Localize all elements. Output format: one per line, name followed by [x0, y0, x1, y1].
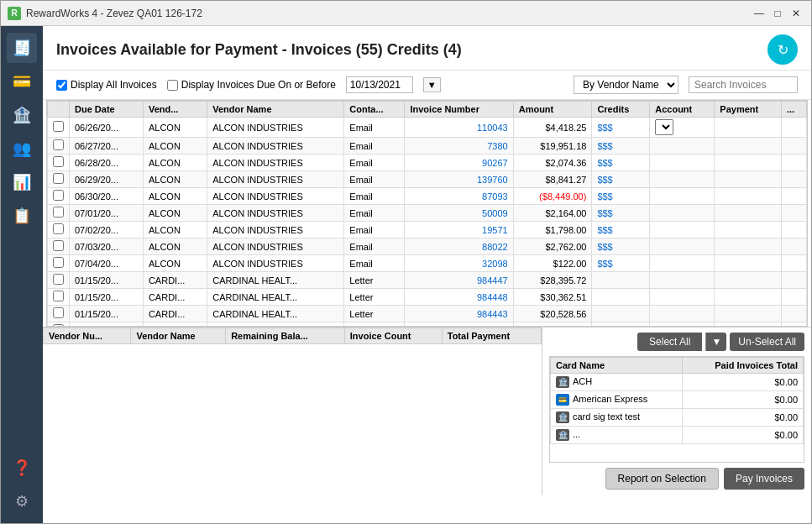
row-vendor-name: ALCON INDUSTRIES — [207, 188, 344, 205]
row-due-date: 06/28/20... — [70, 155, 144, 171]
display-due-label[interactable]: Display Invoices Due On or Before — [167, 79, 336, 91]
row-checkbox-cell[interactable] — [48, 306, 70, 322]
table-row: 01/15/20... CARDI... CARDINAL HEALT... L… — [48, 289, 807, 306]
row-checkbox[interactable] — [53, 121, 64, 132]
report-button[interactable]: Report on Selection — [605, 468, 719, 490]
row-checkbox-cell[interactable] — [48, 188, 70, 205]
row-more — [781, 289, 806, 306]
sidebar-item-invoices[interactable]: 🧾 — [7, 33, 37, 63]
titlebar: R RewardWorks 4 - Zevez QA01 126-172 — □… — [1, 1, 811, 26]
row-invoice-number: 110043 — [405, 118, 513, 138]
search-input[interactable] — [689, 76, 798, 93]
row-checkbox-cell[interactable] — [48, 238, 70, 255]
row-contact: Email — [344, 188, 405, 205]
row-checkbox[interactable] — [53, 190, 64, 201]
row-checkbox-cell[interactable] — [48, 222, 70, 238]
row-checkbox-cell[interactable] — [48, 118, 70, 138]
calendar-button[interactable]: ▼ — [423, 77, 441, 92]
row-more — [781, 205, 806, 222]
row-checkbox[interactable] — [53, 139, 64, 150]
invoice-table-body: 06/26/20... ALCON ALCON INDUSTRIES Email… — [48, 118, 807, 328]
maximize-button[interactable]: □ — [769, 5, 786, 22]
table-row: 07/04/20... ALCON ALCON INDUSTRIES Email… — [48, 255, 807, 272]
row-account — [650, 289, 715, 306]
select-all-button[interactable]: Select All — [637, 333, 702, 351]
pay-invoices-button[interactable]: Pay Invoices — [724, 468, 804, 490]
row-invoice-number: 90267 — [405, 155, 513, 171]
row-credits: $$$ — [592, 238, 650, 255]
card-icon: 💳 — [556, 394, 569, 406]
refresh-button[interactable]: ↻ — [767, 34, 798, 65]
row-invoice-number: 984448 — [405, 289, 513, 306]
row-checkbox-cell[interactable] — [48, 289, 70, 306]
select-all-dropdown[interactable]: ▼ — [705, 333, 726, 351]
row-checkbox[interactable] — [53, 223, 64, 234]
row-checkbox-cell[interactable] — [48, 272, 70, 289]
window-controls: — □ ✕ — [751, 5, 804, 22]
display-due-checkbox[interactable] — [167, 80, 178, 91]
sidebar-item-cards[interactable]: 💳 — [7, 66, 37, 97]
table-row: 06/26/20... ALCON ALCON INDUSTRIES Email… — [48, 118, 807, 138]
row-vend-code: ALCON — [143, 222, 207, 238]
row-contact: Email — [344, 118, 405, 138]
minimize-button[interactable]: — — [751, 5, 767, 22]
row-payment — [715, 118, 782, 138]
col-vendor-num: Vendor Nu... — [44, 328, 131, 344]
row-more — [781, 171, 806, 188]
col-vend: Vend... — [143, 102, 207, 118]
table-row: 06/28/20... ALCON ALCON INDUSTRIES Email… — [48, 155, 807, 171]
row-vend-code: ALCON — [143, 188, 207, 205]
sidebar-item-settings[interactable]: ⚙ — [7, 486, 37, 516]
row-credits — [592, 289, 650, 306]
row-amount: $1,798.00 — [513, 222, 592, 238]
row-more — [781, 138, 806, 155]
col-contact: Conta... — [344, 102, 405, 118]
payment-total: $0.00 — [683, 391, 804, 409]
row-contact: Letter — [344, 289, 405, 306]
sidebar-item-ledger[interactable]: 📋 — [7, 201, 37, 231]
row-checkbox[interactable] — [53, 156, 64, 167]
row-checkbox-cell[interactable] — [48, 171, 70, 188]
sidebar-item-vendors[interactable]: 👥 — [7, 134, 37, 164]
row-credits: $$$ — [592, 222, 650, 238]
row-vendor-name: ALCON INDUSTRIES — [207, 171, 344, 188]
sidebar-item-help[interactable]: ❓ — [7, 453, 37, 483]
row-vendor-name: CARDINAL HEALT... — [207, 289, 344, 306]
display-all-label[interactable]: Display All Invoices — [56, 79, 157, 91]
row-checkbox[interactable] — [53, 257, 64, 268]
sidebar-item-accounts[interactable]: 🏦 — [7, 100, 37, 130]
bank-icon: 🏦 — [556, 411, 569, 423]
row-checkbox[interactable] — [53, 173, 64, 184]
col-amount: Amount — [513, 102, 592, 118]
row-invoice-number: 139760 — [405, 171, 513, 188]
row-account — [650, 222, 715, 238]
row-invoice-number: 984443 — [405, 306, 513, 322]
vendor-filter-select[interactable]: By Vendor Name — [574, 76, 678, 94]
row-amount: $2,074.36 — [513, 155, 592, 171]
payment-methods-section: Select All ▼ Un-Select All Card Name Pai… — [542, 328, 811, 495]
row-account — [650, 155, 715, 171]
payment-table-scroll[interactable]: Card Name Paid Invoices Total 🏦ACH $0.00… — [549, 356, 804, 463]
row-account — [650, 118, 715, 138]
sidebar-item-reports[interactable]: 📊 — [7, 167, 37, 197]
payment-name: 🏦ACH — [551, 374, 683, 391]
row-more — [781, 155, 806, 171]
row-checkbox[interactable] — [53, 291, 64, 301]
close-button[interactable]: ✕ — [788, 5, 804, 22]
row-credits — [592, 306, 650, 322]
display-all-checkbox[interactable] — [56, 80, 67, 91]
row-checkbox-cell[interactable] — [48, 138, 70, 155]
row-checkbox[interactable] — [53, 307, 64, 318]
row-checkbox-cell[interactable] — [48, 155, 70, 171]
row-account — [650, 255, 715, 272]
unselect-all-button[interactable]: Un-Select All — [730, 333, 804, 351]
invoice-table-scroll[interactable]: Due Date Vend... Vendor Name Conta... In… — [46, 100, 808, 327]
col-payment: Payment — [715, 102, 782, 118]
due-date-input[interactable] — [346, 76, 413, 93]
row-checkbox[interactable] — [53, 240, 64, 251]
row-checkbox-cell[interactable] — [48, 255, 70, 272]
row-contact: Email — [344, 138, 405, 155]
row-checkbox[interactable] — [53, 207, 64, 217]
row-checkbox-cell[interactable] — [48, 205, 70, 222]
row-checkbox[interactable] — [53, 274, 64, 285]
